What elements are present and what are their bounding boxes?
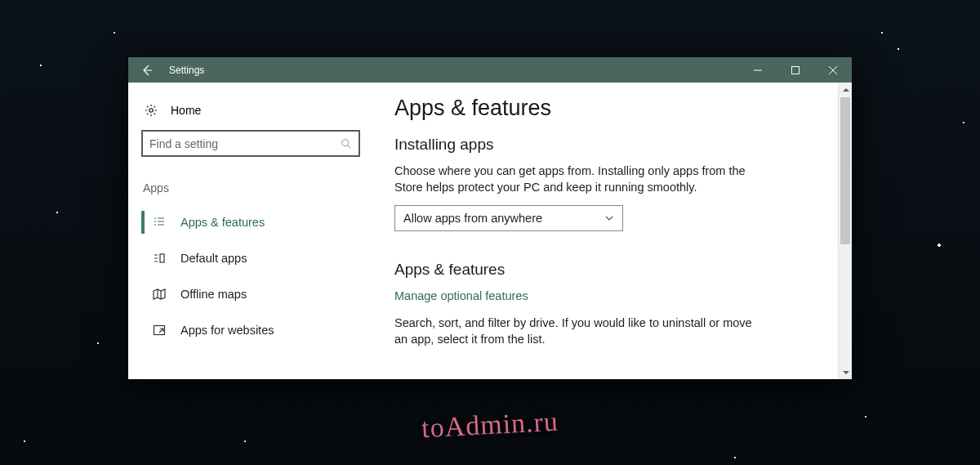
close-button[interactable] [814,57,852,83]
minimize-icon [754,66,762,74]
sidebar-item-label: Offline maps [180,288,247,301]
maximize-button[interactable] [777,57,814,83]
sidebar-category: Apps [143,181,360,194]
search-box[interactable] [141,130,360,157]
client-area: Home Apps Apps & features [128,83,852,379]
defaults-icon [153,252,166,265]
sidebar-item-label: Apps for websites [180,324,274,337]
gear-icon [145,104,158,117]
svg-rect-0 [792,66,800,74]
section-body-installing: Choose where you can get apps from. Inst… [394,163,754,195]
svg-rect-3 [160,254,164,262]
minimize-button[interactable] [739,57,777,83]
main-content: Apps & features Installing apps Choose w… [373,83,852,379]
page-title: Apps & features [394,96,844,121]
settings-window: Settings Home [128,57,852,379]
vertical-scrollbar[interactable] [838,83,852,379]
section-heading-installing: Installing apps [394,136,844,154]
svg-point-2 [342,139,349,145]
sidebar-item-label: Apps & features [180,216,265,229]
search-icon [341,138,352,150]
back-arrow-icon [140,64,154,77]
list-icon [153,216,166,229]
sidebar-item-label: Default apps [180,252,247,265]
sidebar-item-default-apps[interactable]: Default apps [141,240,360,276]
scroll-down-button[interactable] [839,365,853,379]
sidebar-item-offline-maps[interactable]: Offline maps [141,276,360,312]
titlebar: Settings [128,57,852,83]
app-link-icon [153,324,166,337]
watermark: toAdmin.ru [421,406,559,445]
back-button[interactable] [128,57,166,83]
home-label: Home [171,104,201,117]
scroll-up-button[interactable] [839,83,853,96]
sidebar-item-apps-websites[interactable]: Apps for websites [141,312,360,348]
install-source-dropdown[interactable]: Allow apps from anywhere [394,205,623,231]
chevron-up-icon [843,87,849,93]
home-link[interactable]: Home [141,101,360,130]
window-title: Settings [166,65,204,76]
section-heading-apps: Apps & features [394,261,844,279]
chevron-down-icon [843,369,849,376]
section-body-apps: Search, sort, and filter by drive. If yo… [394,315,754,347]
map-icon [153,288,166,301]
dropdown-value: Allow apps from anywhere [403,212,542,225]
manage-optional-link[interactable]: Manage optional features [394,289,528,302]
sidebar: Home Apps Apps & features [128,83,373,379]
search-input[interactable] [149,137,341,150]
chevron-down-icon [604,213,614,223]
svg-point-1 [149,109,153,112]
maximize-icon [791,66,800,74]
close-icon [829,66,837,74]
scroll-thumb[interactable] [840,97,850,244]
sidebar-item-apps-features[interactable]: Apps & features [141,204,360,240]
